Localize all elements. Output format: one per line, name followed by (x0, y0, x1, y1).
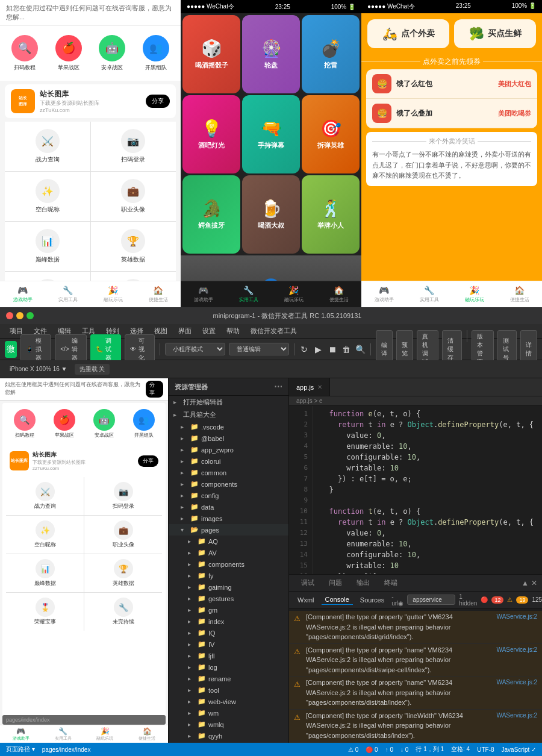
nav-life3[interactable]: 🏠 便捷生活 (497, 281, 542, 307)
service-item[interactable]: ⚔️ 战力查询 (5, 122, 90, 171)
tree-item[interactable]: ▸ 📁 wm (169, 707, 288, 719)
console-close-icon[interactable]: ✕ (531, 579, 537, 587)
refresh-btn[interactable]: ↻ (299, 342, 309, 357)
clear-btn[interactable]: 🗑 (341, 342, 351, 357)
simulator-btn[interactable]: 📱 模拟器 (20, 334, 51, 364)
list-item[interactable]: 🍎 苹果战区 (47, 32, 91, 75)
tree-item[interactable]: ▸ 📁 wmlq (169, 719, 288, 730)
prev-nav-tools[interactable]: 🔧 实用工具 (42, 725, 84, 743)
nav-game3[interactable]: 🎮 游戏助手 (361, 281, 406, 307)
tree-item[interactable]: ▸ 📁 app_zwpro (169, 444, 288, 455)
mode-select[interactable]: 小程序模式 (165, 343, 225, 355)
tree-item[interactable]: ▸ 📁 colorui (169, 455, 288, 467)
tree-item[interactable]: ▸ 📁 gm (169, 604, 288, 616)
mini-item[interactable]: 🤖 安卓战区 (84, 409, 123, 439)
tab-output[interactable]: 输出 (349, 576, 377, 590)
tree-item[interactable]: ▸ 📁 qyyh (169, 730, 288, 742)
tab-debug[interactable]: 调试 (294, 576, 322, 590)
editor-btn[interactable]: </> 编辑器 (55, 334, 87, 364)
tree-item[interactable]: ▸ 📁 components (169, 558, 288, 570)
tab-close-icon[interactable]: ✕ (317, 384, 322, 390)
tree-item[interactable]: ▸ 📁 images (169, 513, 288, 524)
tab-appjs[interactable]: app.js ✕ (289, 378, 330, 396)
minimize-button[interactable] (16, 312, 23, 319)
menu-interface[interactable]: 界面 (173, 325, 196, 337)
fresh-button[interactable]: 🥦 买点生鲜 (454, 19, 536, 48)
game-card[interactable]: 🎡 轮盘 (242, 15, 300, 93)
prev-nav-fun[interactable]: 🎉 融玩乐玩 (84, 725, 126, 743)
mini-item[interactable]: 🔍 扫码教程 (5, 409, 44, 439)
game-card[interactable]: 🔫 手持弹幕 (242, 95, 300, 173)
sources-btn[interactable]: Sources (357, 595, 388, 605)
prev-svc[interactable]: ✨ 空白昵称 (6, 516, 84, 554)
prev-svc[interactable]: ⚔️ 战力查询 (6, 477, 84, 515)
console-file-link[interactable]: WAService.js:2 (477, 678, 537, 687)
console-expand-icon[interactable]: ▲ (522, 579, 529, 587)
game-card[interactable]: 🎲 喝酒摇骰子 (182, 15, 240, 93)
prev-svc[interactable]: 📊 巅峰数据 (6, 554, 84, 592)
nav-fun3[interactable]: 🎉 融玩乐玩 (452, 281, 497, 307)
tree-item[interactable]: ▸ 📁 common (169, 467, 288, 478)
nav-tools2[interactable]: 🔧 实用工具 (226, 281, 271, 307)
prev-svc[interactable]: 📷 扫码登录 (84, 477, 162, 515)
visual-btn[interactable]: 👁 可视化 (125, 334, 155, 364)
list-item[interactable]: 👥 开黑组队 (134, 32, 178, 75)
tree-item[interactable]: ▸ 📁 IQ (169, 627, 288, 639)
coupon-row[interactable]: 🍔 饿了么叠加 美团吃喝券 (366, 99, 537, 128)
tree-item[interactable]: ▸ 📁 rename (169, 673, 288, 684)
mini-item[interactable]: 🍎 苹果战区 (45, 409, 84, 439)
service-item[interactable]: 📷 扫码登录 (91, 122, 176, 171)
tree-item[interactable]: ▸ 📁 data (169, 501, 288, 513)
nav-game2[interactable]: 🎮 游戏助手 (181, 281, 226, 307)
tab-issues[interactable]: 问题 (322, 576, 349, 590)
game-card[interactable]: 💡 酒吧灯光 (182, 95, 240, 173)
prev-svc[interactable]: 💼 职业头像 (84, 516, 162, 554)
nav-tools3[interactable]: 🔧 实用工具 (406, 281, 452, 307)
menu-wechat[interactable]: 微信开发者工具 (246, 325, 302, 337)
tab-terminal[interactable]: 终端 (377, 576, 405, 590)
nav-life2[interactable]: 🏠 便捷生活 (316, 281, 361, 307)
mini-item[interactable]: 👥 开黑组队 (124, 409, 163, 439)
tree-item[interactable]: ▸ 📁 gestures (169, 593, 288, 604)
tree-item-open-editor[interactable]: ▸ 打开始编辑器 (169, 396, 288, 408)
prev-svc[interactable]: 🎖️ 荣耀宝事 (6, 593, 84, 631)
tree-item[interactable]: ▸ 📁 index (169, 616, 288, 627)
coupon-row[interactable]: 🍔 饿了么红包 美团大红包 (366, 69, 537, 99)
service-item[interactable]: ✨ 空白昵称 (5, 172, 90, 221)
game-card[interactable]: 🐊 鳄鱼拔牙 (182, 175, 240, 254)
tree-item[interactable]: ▸ 📁 fy (169, 570, 288, 581)
tree-item[interactable]: ▸ 📁 @babel (169, 433, 288, 444)
menu-settings[interactable]: 设置 (198, 325, 220, 337)
nav-fun2[interactable]: 🎉 融玩乐玩 (271, 281, 316, 307)
tree-item[interactable]: ▸ 📁 config (169, 490, 288, 501)
nav-fun[interactable]: 🎉 融玩乐玩 (90, 281, 136, 307)
stop-btn[interactable]: ⏹ (327, 342, 337, 357)
appservice-input[interactable] (407, 595, 455, 605)
prev-svc[interactable]: 🔧 未完待续 (84, 593, 162, 631)
promo-banner[interactable]: 站长图库 站长图库 下载更多资源到站长图库 zzTuKu.com 分享 (5, 84, 176, 118)
prev-svc[interactable]: 🏆 英雄数据 (84, 554, 162, 592)
game-card[interactable]: 🕺 举牌小人 (302, 175, 360, 254)
list-item[interactable]: 🔍 扫码教程 (3, 32, 47, 75)
service-item[interactable]: 🏆 英雄数据 (91, 222, 176, 271)
console-file-link[interactable]: WAService.js:2 (477, 645, 537, 654)
tree-item[interactable]: ▸ 📁 log (169, 661, 288, 673)
play-btn[interactable]: ▶ (313, 342, 323, 357)
prev-nav-game[interactable]: 🎮 游戏助手 (0, 725, 42, 743)
page-path-label[interactable]: 页面路径 ▾ (6, 745, 35, 754)
game-card[interactable]: 💣 挖雷 (302, 15, 360, 93)
code-content[interactable]: function e(e, t, o) { return t in e ? Ob… (313, 406, 542, 574)
tree-item[interactable]: ▸ 📁 AV (169, 547, 288, 558)
file-tree-menu-icon[interactable]: ⋯ (274, 382, 282, 392)
tree-item[interactable]: ▸ 📁 AQ (169, 536, 288, 547)
nav-life[interactable]: 🏠 便捷生活 (136, 281, 181, 307)
close-button[interactable] (6, 312, 13, 319)
nav-game[interactable]: 🎮 游戏助手 (0, 281, 45, 307)
tree-item-pages[interactable]: ▾ 📂 pages (169, 524, 288, 536)
service-item[interactable]: 📊 巅峰数据 (5, 222, 90, 271)
console-file-link[interactable]: WAService.js:2 (477, 612, 537, 621)
tree-item[interactable]: ▸ 📁 web-view (169, 696, 288, 707)
tree-item[interactable]: ▸ 📁 gaiming (169, 581, 288, 593)
prev-nav-life[interactable]: 🏠 便捷生活 (126, 725, 168, 743)
tree-item[interactable]: ▸ 📁 .vscode (169, 421, 288, 433)
